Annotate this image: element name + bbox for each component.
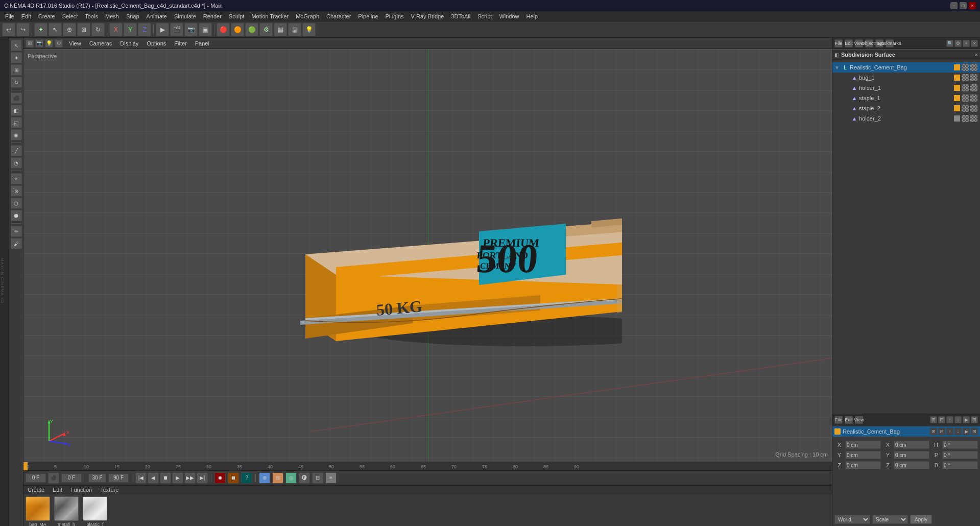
auto-key-btn[interactable]: ⏹ <box>228 472 239 484</box>
snapping2-btn[interactable]: 🟠 <box>231 23 244 36</box>
menu-tools[interactable]: Tools <box>82 12 101 20</box>
material-metal[interactable]: metall_h <box>54 496 79 526</box>
mode-5[interactable]: ⊟ <box>312 472 323 484</box>
world-dropdown[interactable]: World Local Object <box>834 515 870 524</box>
obj-mgr-icon2[interactable]: + <box>963 40 970 47</box>
undo-button[interactable]: ↩ <box>2 23 15 36</box>
menu-create[interactable]: Create <box>35 12 58 20</box>
lt-spline[interactable]: ⊗ <box>11 185 22 197</box>
lt-edge[interactable]: ◱ <box>11 117 22 128</box>
menu-mesh[interactable]: Mesh <box>102 12 122 20</box>
menu-select[interactable]: Select <box>59 12 81 20</box>
vp-menu-cameras[interactable]: Cameras <box>87 39 114 47</box>
mode-2[interactable]: ⊞ <box>272 472 283 484</box>
attr-b-input[interactable] <box>942 461 978 469</box>
tree-item-holder1[interactable]: ▲ holder_1 <box>832 83 980 93</box>
vp-icon-4[interactable]: ⚙ <box>55 39 63 47</box>
snap-settings[interactable]: ⚙ <box>259 23 273 36</box>
mat-menu-function[interactable]: Function <box>68 486 94 494</box>
tree-item-staple2[interactable]: ▲ staple_2 <box>832 103 980 113</box>
mode-1[interactable]: ⊕ <box>259 472 270 484</box>
obj-mgr-icon3[interactable]: × <box>971 40 978 47</box>
cursor-tool[interactable]: ↖ <box>49 23 62 36</box>
redo-button[interactable]: ↪ <box>16 23 30 36</box>
lt-mograph[interactable]: ⬡ <box>11 198 22 209</box>
go-end-btn[interactable]: ▶| <box>197 472 208 484</box>
tree-item-holder2[interactable]: ▲ holder_2 <box>832 113 980 124</box>
minimize-button[interactable]: ─ <box>950 2 958 9</box>
render-region-btn[interactable]: ▣ <box>199 23 212 36</box>
attr-z1-input[interactable] <box>845 461 881 469</box>
menu-pipeline[interactable]: Pipeline <box>355 12 381 20</box>
attr-obj-icon1[interactable]: ⊞ <box>930 428 937 435</box>
lt-deform[interactable]: ⟡ <box>11 173 22 184</box>
menu-edit[interactable]: Edit <box>18 12 34 20</box>
ir-btn[interactable]: 📷 <box>184 23 198 36</box>
lt-polygon[interactable]: ◧ <box>11 105 22 116</box>
menu-motion-tracker[interactable]: Motion Tracker <box>248 12 292 20</box>
subdiv-close-btn[interactable]: × <box>975 52 978 58</box>
menu-plugins[interactable]: Plugins <box>382 12 407 20</box>
attr-x1-input[interactable] <box>845 441 881 449</box>
mode-6[interactable]: ≡ <box>325 472 337 484</box>
attr-icon2[interactable]: ⊟ <box>938 416 945 423</box>
menu-mograph[interactable]: MoGraph <box>293 12 322 20</box>
obj-mgr-objects[interactable]: Objects <box>865 39 873 47</box>
camera-btn[interactable]: 💡 <box>302 23 316 36</box>
viewport-canvas[interactable]: Perspective Grid Spacing : 10 cm <box>23 49 832 462</box>
vp-menu-display[interactable]: Display <box>118 39 140 47</box>
menu-sculpt[interactable]: Sculpt <box>226 12 248 20</box>
material-plastic[interactable]: plastic_f <box>83 496 107 526</box>
lt-point[interactable]: ◉ <box>11 129 22 140</box>
obj-mgr-icon1[interactable]: ⚙ <box>954 40 962 47</box>
y-axis-btn[interactable]: Y <box>124 23 137 36</box>
mat-menu-edit[interactable]: Edit <box>51 486 64 494</box>
lt-cursor[interactable]: ↖ <box>11 40 22 51</box>
maximize-button[interactable]: □ <box>960 2 967 9</box>
attr-y2-input[interactable] <box>894 451 929 459</box>
vp-menu-options[interactable]: Options <box>145 39 168 47</box>
lt-arc[interactable]: ◔ <box>11 157 22 169</box>
menu-animate[interactable]: Animate <box>144 12 170 20</box>
attr-icon5[interactable]: ▶ <box>963 416 970 423</box>
menu-simulate[interactable]: Simulate <box>171 12 199 20</box>
mat-menu-create[interactable]: Create <box>26 486 46 494</box>
vp-menu-view[interactable]: View <box>67 39 83 47</box>
menu-snap[interactable]: Snap <box>123 12 142 20</box>
move-tool[interactable]: ⊕ <box>63 23 76 36</box>
object-tree[interactable]: ▼ L Realistic_Cement_Bag ▲ bug_1 <box>832 60 980 414</box>
current-frame-input[interactable] <box>26 473 46 483</box>
attr-obj-icon5[interactable]: ▶ <box>963 428 970 435</box>
attr-z2-input[interactable] <box>894 461 929 469</box>
attr-view-btn[interactable]: View <box>855 416 863 424</box>
lt-paint[interactable]: 🖌 <box>11 238 22 249</box>
obj-mgr-edit[interactable]: Edit <box>845 39 853 47</box>
lt-dynamics[interactable]: ⬢ <box>11 210 22 221</box>
menu-3dtoall[interactable]: 3DToAll <box>448 12 473 20</box>
attr-icon3[interactable]: ↑ <box>946 416 953 423</box>
lt-rotate[interactable]: ↻ <box>11 77 22 88</box>
fps-input[interactable] <box>88 473 106 483</box>
render-preview-btn[interactable]: ▶ <box>156 23 169 36</box>
play-reverse-btn[interactable]: ◀ <box>148 472 159 484</box>
viewport-layout[interactable]: ▤ <box>288 23 301 36</box>
go-start-btn[interactable]: |◀ <box>135 472 147 484</box>
mode-3[interactable]: ◎ <box>285 472 297 484</box>
play-all-btn[interactable]: ▶▶ <box>184 472 196 484</box>
motion-path-btn[interactable]: ? <box>241 472 252 484</box>
attr-obj-icon6[interactable]: ⊞ <box>971 428 978 435</box>
lt-scale[interactable]: ⊞ <box>11 64 22 76</box>
menu-file[interactable]: File <box>2 12 17 20</box>
stop-btn[interactable]: ⏹ <box>160 472 171 484</box>
mode-4[interactable]: 🅟 <box>299 472 310 484</box>
start-frame-input[interactable] <box>61 473 82 483</box>
attr-y1-input[interactable] <box>845 451 881 459</box>
snapping-btn[interactable]: 🔴 <box>217 23 230 36</box>
menu-render[interactable]: Render <box>200 12 225 20</box>
snapping3-btn[interactable]: 🟢 <box>245 23 258 36</box>
apply-button[interactable]: Apply <box>910 515 932 524</box>
record-btn[interactable]: ⏺ <box>214 472 226 484</box>
lt-line[interactable]: ╱ <box>11 145 22 156</box>
vp-icon-1[interactable]: ⊞ <box>26 39 34 47</box>
obj-mgr-search[interactable]: 🔍 <box>946 40 953 47</box>
